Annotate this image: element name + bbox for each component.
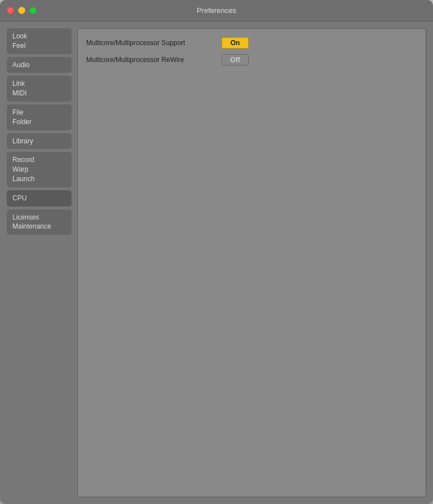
sidebar-item-cpu[interactable]: CPU	[7, 190, 72, 207]
settings-row-multicore-rewire: Multicore/Multiprocessor ReWireOff	[86, 54, 417, 65]
traffic-lights	[7, 7, 37, 14]
preferences-window: Preferences LookFeelAudioLinkMIDIFileFol…	[0, 0, 433, 504]
sidebar-item-label: Feel	[12, 41, 66, 51]
sidebar-item-label: Look	[12, 32, 66, 41]
sidebar-item-record-warp-launch[interactable]: RecordWarpLaunch	[7, 152, 72, 187]
sidebar: LookFeelAudioLinkMIDIFileFolderLibraryRe…	[7, 28, 72, 497]
sidebar-item-label: Library	[12, 137, 66, 146]
main-content: Multicore/Multiprocessor SupportOnMultic…	[77, 28, 426, 497]
sidebar-item-label: MIDI	[12, 89, 66, 98]
toggle-button-multicore-rewire[interactable]: Off	[222, 54, 249, 65]
sidebar-item-label: Audio	[12, 60, 66, 70]
sidebar-item-label: Licenses	[12, 213, 66, 222]
toggle-button-multicore-support[interactable]: On	[222, 37, 249, 49]
minimize-button[interactable]	[18, 7, 25, 14]
maximize-button[interactable]	[29, 7, 37, 14]
close-button[interactable]	[7, 7, 14, 14]
sidebar-item-label: File	[12, 108, 66, 117]
settings-row-multicore-support: Multicore/Multiprocessor SupportOn	[86, 37, 417, 49]
sidebar-item-label: Warp	[12, 165, 66, 174]
sidebar-item-file-folder[interactable]: FileFolder	[7, 104, 72, 130]
sidebar-item-label: Folder	[12, 117, 66, 127]
settings-label-multicore-support: Multicore/Multiprocessor Support	[86, 39, 216, 47]
sidebar-item-link-midi[interactable]: LinkMIDI	[7, 76, 72, 102]
sidebar-item-look-feel[interactable]: LookFeel	[7, 28, 72, 54]
sidebar-item-label: Maintenance	[12, 222, 66, 231]
sidebar-item-label: Record	[12, 155, 66, 165]
sidebar-item-label: Launch	[12, 174, 66, 184]
title-bar: Preferences	[0, 0, 433, 21]
sidebar-item-licenses-maintenance[interactable]: LicensesMaintenance	[7, 209, 72, 235]
sidebar-item-audio[interactable]: Audio	[7, 57, 72, 73]
settings-label-multicore-rewire: Multicore/Multiprocessor ReWire	[86, 56, 216, 64]
sidebar-item-label: CPU	[12, 194, 66, 203]
sidebar-item-library[interactable]: Library	[7, 133, 72, 150]
window-body: LookFeelAudioLinkMIDIFileFolderLibraryRe…	[0, 21, 433, 504]
sidebar-item-label: Link	[12, 79, 66, 89]
window-title: Preferences	[197, 6, 236, 15]
